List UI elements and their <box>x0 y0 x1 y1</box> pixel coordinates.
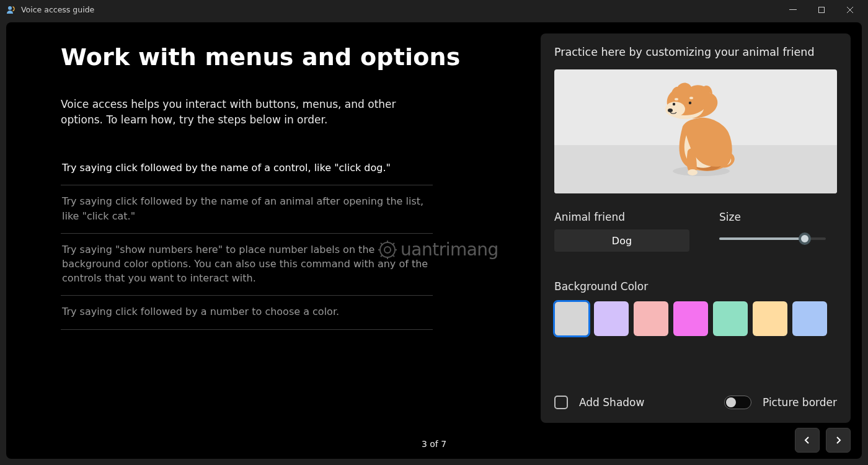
page-title: Work with menus and options <box>61 43 518 71</box>
page-indicator: 3 of 7 <box>422 439 446 449</box>
color-swatch[interactable] <box>753 301 787 336</box>
practice-title: Practice here by customizing your animal… <box>554 46 837 58</box>
intro-text: Voice access helps you interact with but… <box>61 97 427 127</box>
color-swatch[interactable] <box>554 301 589 336</box>
color-swatch[interactable] <box>713 301 748 336</box>
footer: 3 of 7 <box>6 423 862 459</box>
maximize-button[interactable] <box>807 0 836 20</box>
practice-panel: Practice here by customizing your animal… <box>541 33 851 423</box>
svg-point-8 <box>668 108 673 112</box>
prev-page-button[interactable] <box>795 428 820 453</box>
step-item: Try saying click followed by the name of… <box>61 152 433 185</box>
background-color-label: Background Color <box>554 280 837 293</box>
svg-point-0 <box>8 6 12 10</box>
size-slider[interactable] <box>719 229 826 248</box>
svg-point-7 <box>689 102 691 104</box>
add-shadow-checkbox[interactable] <box>554 396 568 409</box>
add-shadow-label: Add Shadow <box>579 396 644 409</box>
step-item: Try saying "show numbers here" to place … <box>61 234 433 296</box>
steps-list: Try saying click followed by the name of… <box>61 152 433 329</box>
titlebar: Voice access guide <box>0 0 868 20</box>
picture-border-label: Picture border <box>763 396 837 409</box>
svg-point-4 <box>688 169 698 175</box>
content-window: Work with menus and options Voice access… <box>6 22 862 459</box>
color-swatch[interactable] <box>634 301 668 336</box>
svg-rect-1 <box>789 9 797 10</box>
svg-rect-2 <box>819 7 825 12</box>
preview-canvas <box>554 69 837 193</box>
animal-friend-label: Animal friend <box>554 211 689 223</box>
animal-friend-select[interactable]: Dog <box>554 229 689 252</box>
color-swatch[interactable] <box>673 301 708 336</box>
color-swatch[interactable] <box>792 301 827 336</box>
window-title: Voice access guide <box>21 5 94 14</box>
step-item: Try saying click followed by a number to… <box>61 296 433 329</box>
color-swatches <box>554 301 837 336</box>
picture-border-toggle[interactable] <box>724 396 751 409</box>
dog-illustration <box>649 78 742 180</box>
app-icon <box>6 5 16 15</box>
size-label: Size <box>719 211 826 223</box>
animal-friend-value: Dog <box>612 235 632 247</box>
svg-point-6 <box>673 103 675 105</box>
close-button[interactable] <box>836 0 864 20</box>
svg-point-9 <box>675 98 678 100</box>
svg-point-10 <box>689 97 693 99</box>
next-page-button[interactable] <box>826 428 851 453</box>
color-swatch[interactable] <box>594 301 629 336</box>
instructions-panel: Work with menus and options Voice access… <box>17 33 523 423</box>
step-item: Try saying click followed by the name of… <box>61 185 433 233</box>
minimize-button[interactable] <box>779 0 807 20</box>
